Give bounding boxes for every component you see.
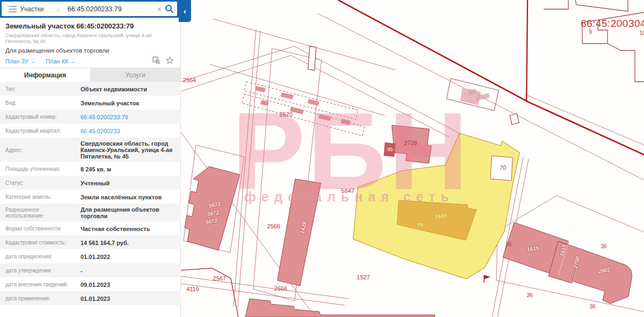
row-label: дата утверждения: bbox=[0, 268, 80, 273]
tab-services[interactable]: Услуги bbox=[90, 68, 180, 82]
table-row: Статус:Учтенный bbox=[0, 176, 181, 190]
row-value-link[interactable]: 66:45:0200233 bbox=[80, 128, 181, 134]
table-row: дата определения:01.01.2022 bbox=[0, 249, 181, 263]
tab-information[interactable]: Информация bbox=[0, 68, 90, 82]
building-bottom bbox=[245, 299, 435, 317]
parcel-usage: Для размещения объектов торговли bbox=[5, 47, 175, 54]
map-label: 9 bbox=[589, 29, 592, 35]
row-label: дата внесения сведений: bbox=[0, 282, 80, 287]
plan-kk-link[interactable]: План КК → bbox=[46, 58, 76, 64]
map-vector-layer bbox=[181, 0, 644, 317]
row-value: Для размещения объектов торговли bbox=[80, 206, 181, 219]
collapse-panel-button[interactable]: ‹ bbox=[179, 0, 191, 22]
table-row: Тип:Объект недвижимости bbox=[0, 82, 181, 96]
building-5672 bbox=[185, 167, 240, 250]
panel-tabs: Информация Услуги bbox=[0, 68, 180, 82]
row-value: Частная собственность bbox=[80, 226, 181, 232]
table-row: дата внесения сведений:09.01.2023 bbox=[0, 277, 181, 291]
parcel-info-table: Тип:Объект недвижимостиВид:Земельный уча… bbox=[0, 82, 181, 305]
map-label: 66:45:200304 bbox=[581, 18, 644, 30]
menu-icon[interactable] bbox=[9, 4, 17, 14]
row-value: 01.01.2022 bbox=[80, 254, 181, 260]
row-label: Разрешенное использование: bbox=[0, 207, 80, 219]
map-label: 2728 bbox=[404, 140, 417, 146]
row-label: дата определения: bbox=[0, 254, 80, 260]
row-value-link[interactable]: 66:45:0200233:79 bbox=[80, 114, 181, 120]
info-sidebar: Земельный участок 66:45:0200233:79 Сверд… bbox=[0, 0, 181, 317]
row-value: Учтенный bbox=[80, 180, 181, 186]
row-label: Кадастровая стоимость: bbox=[0, 240, 80, 246]
row-value: 8 245 кв. м bbox=[80, 166, 181, 172]
row-value: 14 561 164,7 руб. bbox=[80, 240, 181, 246]
search-input[interactable] bbox=[68, 5, 154, 13]
map-label: 79 bbox=[417, 222, 424, 228]
row-value: Земельный участок bbox=[80, 100, 181, 106]
map-label: 36 bbox=[506, 241, 511, 247]
map-label: 2570 bbox=[280, 111, 292, 118]
table-row: Вид:Земельный участок bbox=[0, 96, 181, 110]
table-row: дата утверждения:- bbox=[0, 263, 181, 277]
map-label: 5847 bbox=[341, 188, 354, 194]
row-value: Свердловская область, город Каменск-Урал… bbox=[80, 140, 181, 160]
map-label: 2567 bbox=[213, 275, 226, 282]
table-row: Категория земель:Земли населённых пункто… bbox=[0, 190, 181, 204]
plan-zu-link[interactable]: План ЗУ → bbox=[5, 58, 36, 64]
map-label: 2564 bbox=[183, 77, 196, 83]
map-label: 70 bbox=[500, 164, 506, 171]
row-label: Площадь уточненная: bbox=[0, 166, 80, 172]
map-label: 2566 bbox=[267, 223, 280, 229]
parcel-title: Земельный участок 66:45:0200233:79 bbox=[5, 22, 175, 30]
search-category-dropdown[interactable]: Участки ⌄ bbox=[20, 5, 60, 13]
map-label: 4119 bbox=[186, 286, 199, 292]
cadastral-map-app: РБН федеральная сеть 66:45:2003049102564… bbox=[0, 0, 644, 317]
row-value: Земли населённых пунктов bbox=[80, 194, 181, 200]
row-value: Объект недвижимости bbox=[80, 86, 181, 92]
row-value: 01.01.2023 bbox=[80, 296, 181, 302]
chevron-down-icon: ⌄ bbox=[55, 6, 60, 12]
table-row: Площадь уточненная:8 245 кв. м bbox=[0, 162, 181, 176]
table-row: дата применения:01.01.2023 bbox=[0, 291, 181, 305]
map-label: 2566 bbox=[274, 285, 287, 292]
table-row: Кадастровая стоимость:14 561 164,7 руб. bbox=[0, 235, 181, 249]
row-value: 09.01.2023 bbox=[80, 282, 181, 288]
map-canvas[interactable]: РБН федеральная сеть 66:45:2003049102564… bbox=[181, 0, 644, 317]
row-label: дата применения: bbox=[0, 296, 80, 301]
row-label: Кадастровый номер: bbox=[0, 114, 80, 120]
table-row: Форма собственности:Частная собственност… bbox=[0, 221, 181, 235]
row-label: Вид: bbox=[0, 100, 80, 106]
row-label: Статус: bbox=[0, 180, 80, 186]
map-label: 10 bbox=[639, 30, 644, 36]
search-icon[interactable] bbox=[165, 4, 174, 13]
map-label: 1527 bbox=[357, 274, 370, 280]
table-row: Адрес:Свердловская область, город Каменс… bbox=[0, 138, 181, 162]
parcel-address-subtitle: Свердловская область, город Каменск-Урал… bbox=[5, 32, 175, 44]
row-value: - bbox=[80, 268, 181, 274]
table-row: Кадастровый квартал:66:45:0200233 bbox=[0, 124, 181, 138]
row-label: Тип: bbox=[0, 86, 80, 92]
zoom-to-parcel-icon[interactable] bbox=[152, 56, 160, 64]
row-label: Категория земель: bbox=[0, 194, 80, 200]
table-row: Кадастровый номер:66:45:0200233:79 bbox=[0, 110, 181, 124]
building-right-block-c bbox=[572, 249, 632, 304]
favorite-star-icon[interactable] bbox=[166, 56, 174, 64]
map-label: 36 bbox=[526, 292, 532, 298]
row-label: Кадастровый квартал: bbox=[0, 128, 80, 134]
map-label: 85 bbox=[386, 146, 394, 153]
search-category-value: Участки bbox=[20, 5, 43, 13]
search-bar: Участки ⌄ × bbox=[0, 0, 179, 18]
map-label: 36 bbox=[589, 304, 595, 309]
row-label: Форма собственности: bbox=[0, 226, 80, 232]
map-label: 36 bbox=[601, 243, 606, 249]
flag-marker bbox=[484, 275, 491, 283]
map-label: 7б bbox=[469, 89, 475, 96]
row-label: Адрес: bbox=[0, 147, 80, 153]
clear-search-icon[interactable]: × bbox=[154, 5, 165, 13]
table-row: Разрешенное использование:Для размещения… bbox=[0, 204, 181, 221]
